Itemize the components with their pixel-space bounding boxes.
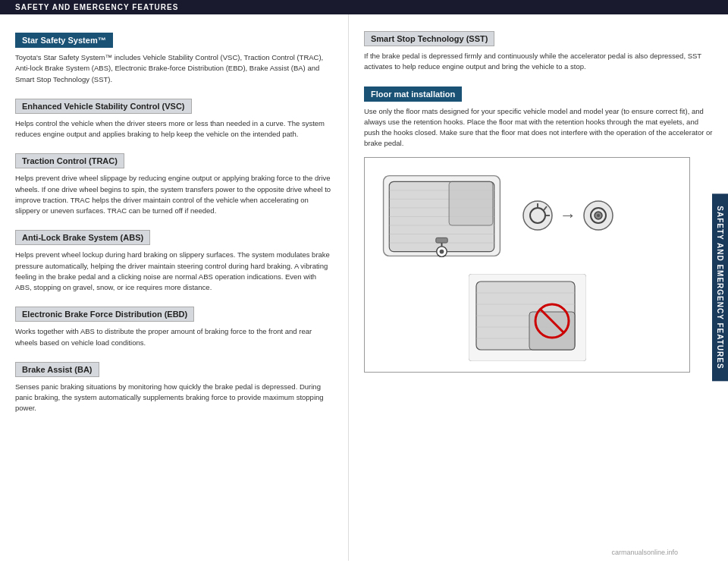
traction-control-section: Traction Control (TRAC) Helps prevent dr…	[15, 146, 333, 216]
traction-control-body: Helps prevent drive wheel slippage by re…	[15, 173, 333, 216]
star-safety-section: Star Safety System™ Toyota's Star Safety…	[15, 25, 333, 85]
clip-set: →	[522, 200, 614, 231]
clip-before-svg	[522, 200, 554, 231]
svg-point-22	[597, 214, 600, 217]
sst-body: If the brake pedal is depressed firmly a…	[364, 51, 713, 73]
left-column: Star Safety System™ Toyota's Star Safety…	[0, 14, 349, 561]
star-safety-body: Toyota's Star Safety System™ includes Ve…	[15, 52, 333, 85]
star-safety-heading: Star Safety System™	[15, 33, 113, 48]
svg-rect-13	[449, 181, 493, 225]
floor-mat-svg	[375, 168, 508, 263]
clip-after-svg	[582, 200, 614, 231]
ebd-body: Works together with ABS to distribute th…	[15, 326, 333, 348]
ba-body: Senses panic braking situations by monit…	[15, 382, 333, 414]
side-tab: SAFETY AND EMERGENCY FEATURES	[712, 193, 728, 381]
floor-mat-top-row: →	[375, 168, 679, 263]
floor-mat-illustration-box: →	[364, 157, 690, 373]
right-column: Smart Stop Technology (SST) If the brake…	[349, 14, 728, 561]
header-title: SAFETY AND EMERGENCY FEATURES	[15, 3, 178, 11]
floor-mat-body: Use only the floor mats designed for you…	[364, 106, 713, 149]
ebd-heading: Electronic Brake Force Distribution (EBD…	[15, 307, 194, 322]
watermark: carmanualsonline.info	[607, 547, 682, 558]
ebd-section: Electronic Brake Force Distribution (EBD…	[15, 299, 333, 348]
abs-heading: Anti-Lock Brake System (ABS)	[15, 230, 150, 245]
sst-section: Smart Stop Technology (SST) If the brake…	[364, 24, 713, 73]
sst-heading: Smart Stop Technology (SST)	[364, 31, 494, 46]
svg-point-10	[440, 249, 444, 253]
enhanced-vsc-body: Helps control the vehicle when the drive…	[15, 118, 333, 140]
traction-control-heading: Traction Control (TRAC)	[15, 153, 124, 168]
floor-mat-section: Floor mat installation Use only the floo…	[364, 79, 713, 373]
abs-body: Helps prevent wheel lockup during hard b…	[15, 250, 333, 293]
svg-rect-12	[436, 237, 447, 243]
enhanced-vsc-heading: Enhanced Vehicle Stability Control (VSC)	[15, 99, 192, 114]
enhanced-vsc-section: Enhanced Vehicle Stability Control (VSC)…	[15, 91, 333, 140]
floor-mat-warning-svg	[469, 274, 586, 361]
ba-section: Brake Assist (BA) Senses panic braking s…	[15, 354, 333, 414]
arrow-icon: →	[560, 206, 576, 225]
ba-heading: Brake Assist (BA)	[15, 362, 99, 377]
abs-section: Anti-Lock Brake System (ABS) Helps preve…	[15, 222, 333, 293]
floor-mat-bottom-row	[375, 274, 679, 361]
floor-mat-heading: Floor mat installation	[364, 86, 462, 102]
page-header: SAFETY AND EMERGENCY FEATURES	[0, 0, 728, 14]
